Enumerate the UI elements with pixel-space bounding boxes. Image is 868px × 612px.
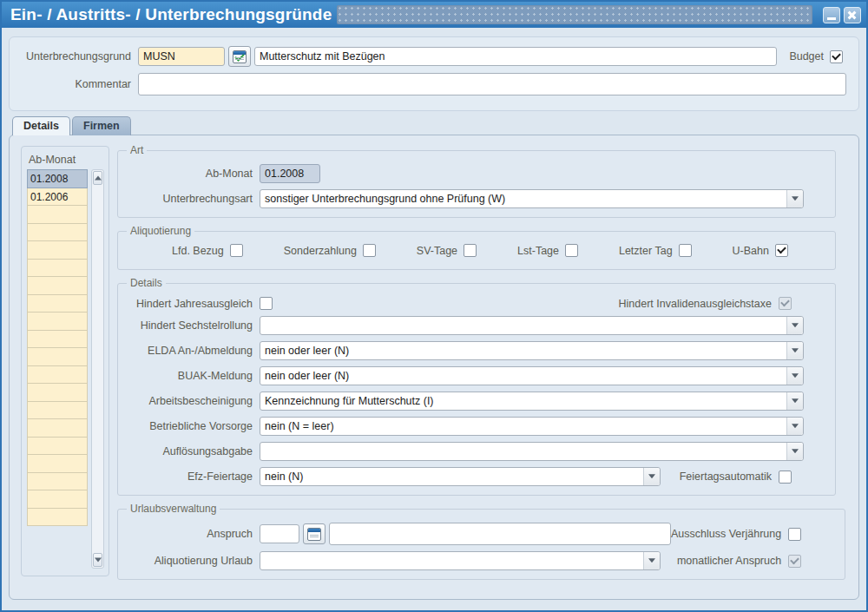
letzter-tag-checkbox[interactable] <box>679 244 692 257</box>
list-item[interactable] <box>27 418 88 438</box>
anspruch-text-input[interactable] <box>329 523 671 545</box>
sonderzahlung-label: Sonderzahlung <box>284 245 357 257</box>
kommentar-input[interactable] <box>138 73 846 95</box>
feiertagsautomatik-checkbox[interactable] <box>779 471 792 484</box>
ab-monat-list-header: Ab-Monat <box>29 154 105 166</box>
scroll-up-icon[interactable] <box>93 171 102 185</box>
hindert-sechstelrollung-select[interactable] <box>260 316 804 335</box>
lfd-bezug-checkbox[interactable] <box>230 244 243 257</box>
calendar-icon <box>307 528 321 541</box>
list-item[interactable] <box>27 508 88 527</box>
elda-an-abmeldung-select[interactable]: nein oder leer (N) <box>260 341 804 360</box>
list-item[interactable] <box>27 401 88 420</box>
kommentar-row: Kommentar <box>18 73 846 95</box>
unterbrechungsgrund-row: Unterbrechungsgrund MUSN Mutterschutz mi… <box>18 46 846 67</box>
hindert-jahresausgleich-label: Hindert Jahresausgleich <box>127 298 253 310</box>
u-bahn-label: U-Bahn <box>733 245 769 257</box>
close-button[interactable] <box>844 7 861 23</box>
list-item[interactable]: 01.2006 <box>27 188 88 207</box>
unterbrechungsgrund-label: Unterbrechungsgrund <box>18 50 131 63</box>
ab-monat-list: 01.2008 01.2006 <box>27 169 88 569</box>
titlebar-drag-handle[interactable] <box>337 5 812 24</box>
ausschluss-verjaehrung-checkbox[interactable] <box>788 528 801 541</box>
lookup-check-icon <box>233 50 247 63</box>
aliquotierung-urlaub-label: Aliquotierung Urlaub <box>127 555 253 567</box>
list-scrollbar[interactable] <box>91 169 104 569</box>
art-group: Art Ab-Monat 01.2008 Unterbrechungsart s… <box>117 144 836 218</box>
tab-details[interactable]: Details <box>12 116 70 135</box>
lst-tage-checkbox[interactable] <box>565 244 578 257</box>
list-item[interactable] <box>27 383 88 402</box>
chevron-down-icon[interactable] <box>786 342 803 359</box>
aliquotierung-group: Aliquotierung Lfd. Bezug Sonderzahlung S… <box>117 225 836 270</box>
list-item[interactable] <box>27 259 88 278</box>
list-item[interactable] <box>27 240 88 260</box>
list-item[interactable] <box>27 276 88 295</box>
aufloesungsabgabe-label: Auflösungsabgabe <box>127 445 253 457</box>
buak-meldung-label: BUAK-Meldung <box>127 370 253 382</box>
anspruch-calendar-button[interactable] <box>303 523 326 544</box>
art-legend: Art <box>127 144 147 156</box>
efz-feiertage-select[interactable]: nein (N) <box>260 467 661 486</box>
sv-tage-checkbox[interactable] <box>464 244 477 257</box>
budget-label: Budget <box>789 50 824 63</box>
budget-checkbox[interactable] <box>830 50 843 63</box>
list-item[interactable] <box>27 330 88 349</box>
header-form: Unterbrechungsgrund MUSN Mutterschutz mi… <box>9 36 859 111</box>
monatlicher-anspruch-checkbox <box>788 555 801 568</box>
chevron-down-icon[interactable] <box>786 317 803 334</box>
betriebliche-vorsorge-select[interactable]: nein (N = leer) <box>260 417 804 436</box>
chevron-down-icon[interactable] <box>786 392 803 410</box>
aufloesungsabgabe-select[interactable] <box>260 442 804 461</box>
chevron-down-icon[interactable] <box>643 552 660 569</box>
arbeitsbescheinigung-select[interactable]: Kennzeichnung für Mutterschutz (I) <box>260 392 804 411</box>
anspruch-input[interactable] <box>260 524 299 543</box>
hindert-jahresausgleich-checkbox[interactable] <box>260 297 273 310</box>
unterbrechungsgrund-code-input[interactable]: MUSN <box>138 47 225 66</box>
list-item[interactable] <box>27 294 88 313</box>
details-legend: Details <box>127 277 166 289</box>
list-item[interactable] <box>27 490 88 509</box>
tab-firmen[interactable]: Firmen <box>72 116 131 135</box>
betriebliche-vorsorge-label: Betriebliche Vorsorge <box>127 420 253 432</box>
lookup-button[interactable] <box>228 46 251 67</box>
efz-feiertage-label: Efz-Feiertage <box>127 471 253 483</box>
elda-an-abmeldung-label: ELDA An-/Abmeldung <box>127 345 253 357</box>
aliquotierung-legend: Aliquotierung <box>127 225 194 237</box>
ab-monat-field: 01.2008 <box>260 164 320 183</box>
list-item[interactable] <box>27 312 88 331</box>
list-item[interactable] <box>27 365 88 385</box>
unterbrechungsgrund-description-input[interactable]: Mutterschutz mit Bezügen <box>254 47 777 66</box>
chevron-down-icon[interactable] <box>643 468 660 485</box>
urlaubsverwaltung-group: Urlaubsverwaltung Anspruch Ausschluss Ve… <box>117 503 845 580</box>
unterbrechungsart-label: Unterbrechungsart <box>127 193 253 205</box>
buak-meldung-select[interactable]: nein oder leer (N) <box>260 366 804 385</box>
chevron-down-icon[interactable] <box>786 418 803 435</box>
hindert-sechstelrollung-label: Hindert Sechstelrollung <box>127 319 253 332</box>
list-item[interactable] <box>27 205 88 224</box>
arbeitsbescheinigung-label: Arbeitsbescheinigung <box>127 395 253 407</box>
feiertagsautomatik-label: Feiertagsautomatik <box>680 471 772 483</box>
aliquotierung-urlaub-select[interactable] <box>260 551 661 570</box>
anspruch-label: Anspruch <box>127 528 253 540</box>
list-item[interactable] <box>27 472 88 491</box>
unterbrechungsart-select[interactable]: sonstiger Unterbrechungsgrund ohne Prüfu… <box>260 189 804 208</box>
details-group: Details Hindert Jahresausgleich Hindert … <box>117 277 836 496</box>
app-window: Ein- / Austritts- / Unterbrechungsgründe… <box>0 0 868 612</box>
kommentar-label: Kommentar <box>18 78 131 90</box>
list-item[interactable] <box>27 437 88 456</box>
list-item[interactable]: 01.2008 <box>27 169 88 188</box>
list-item[interactable] <box>27 223 88 242</box>
list-item[interactable] <box>27 454 88 473</box>
scroll-down-icon[interactable] <box>93 553 102 567</box>
window-title: Ein- / Austritts- / Unterbrechungsgründe <box>10 5 332 24</box>
details-tab-panel: Ab-Monat 01.2008 01.2006 <box>9 135 859 600</box>
chevron-down-icon[interactable] <box>786 443 803 460</box>
u-bahn-checkbox[interactable] <box>775 244 788 257</box>
chevron-down-icon[interactable] <box>786 367 803 385</box>
minimize-button[interactable] <box>823 7 840 23</box>
sonderzahlung-checkbox[interactable] <box>363 244 376 257</box>
ausschluss-verjaehrung-label: Ausschluss Verjährung <box>671 528 781 540</box>
list-item[interactable] <box>27 347 88 366</box>
chevron-down-icon[interactable] <box>786 190 803 207</box>
